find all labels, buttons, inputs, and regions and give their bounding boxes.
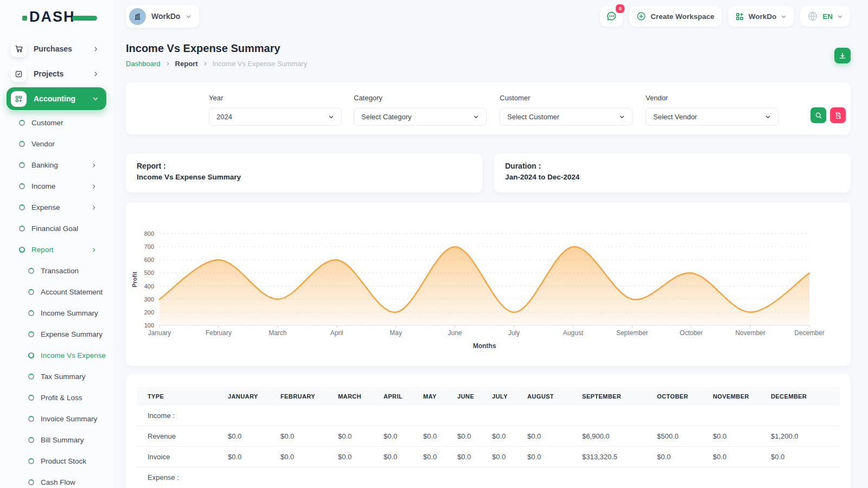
topbar-actions: 0 Create Workspace WorkDo (600, 6, 850, 27)
year-label: Year (209, 94, 223, 102)
sidebar-subitem-label: Income Summary (41, 309, 98, 317)
svg-text:June: June (448, 329, 462, 337)
chevron-down-icon (473, 114, 479, 120)
app-switcher-button[interactable]: WorkDo (728, 6, 794, 27)
apply-filter-button[interactable] (810, 107, 826, 123)
svg-text:February: February (206, 329, 232, 337)
column-header: OCTOBER (657, 387, 713, 406)
download-button[interactable] (834, 48, 851, 63)
create-workspace-button[interactable]: Create Workspace (629, 6, 722, 27)
svg-text:500: 500 (144, 269, 154, 276)
sidebar-subitem[interactable]: Income Vs Expense (0, 345, 113, 366)
bullet-icon (28, 289, 34, 295)
svg-text:March: March (269, 329, 286, 337)
table-header-row: TYPEJANUARYFEBRUARYMARCHAPRILMAYJUNEJULY… (137, 387, 840, 406)
workspace-name: WorkDo (151, 12, 180, 21)
svg-text:May: May (390, 329, 402, 337)
cell-value: $0.0 (527, 447, 582, 467)
chevron-down-icon (328, 114, 334, 120)
bullet-icon (19, 204, 25, 210)
create-workspace-label: Create Workspace (650, 12, 714, 21)
reset-filter-button[interactable] (830, 107, 846, 123)
cell-value: $6,900.0 (582, 426, 657, 447)
year-select-value: 2024 (216, 113, 232, 121)
cell-value: $0.0 (457, 447, 492, 467)
sidebar-subitem[interactable]: Banking (0, 155, 113, 176)
sidebar-subitem[interactable]: Report (0, 239, 113, 260)
bullet-icon (19, 141, 25, 147)
sidebar-subitem[interactable]: Income (0, 176, 113, 197)
cart-icon (11, 41, 27, 57)
sidebar-subitem[interactable]: Expense Summary (0, 324, 113, 345)
sidebar-subitem[interactable]: Account Statement (0, 281, 113, 303)
sidebar-subitem[interactable]: Transaction (0, 260, 113, 281)
bullet-icon (19, 247, 25, 253)
messages-badge: 0 (615, 3, 626, 14)
svg-text:200: 200 (144, 309, 154, 316)
sidebar-subitem[interactable]: Profit & Loss (0, 387, 113, 408)
chevron-right-icon (93, 71, 99, 77)
language-selector[interactable]: EN (800, 6, 850, 27)
year-select[interactable]: 2024 (209, 108, 342, 126)
summary-cards: Report : Income Vs Expense Summary Durat… (126, 153, 851, 192)
sidebar-subitem[interactable]: Expense (0, 197, 113, 218)
sidebar-item-purchases[interactable]: Purchases (7, 36, 106, 61)
sidebar-subitem[interactable]: Income Summary (0, 303, 113, 324)
cell-value: $0.0 (657, 447, 713, 467)
table-row: Expense : (137, 467, 840, 488)
svg-text:Profit: Profit (131, 272, 138, 287)
cell-value: $0.0 (338, 426, 384, 447)
svg-text:300: 300 (144, 296, 154, 303)
sidebar-subitem[interactable]: Invoice Summary (0, 408, 113, 429)
table-body: Income :Revenue$0.0$0.0$0.0$0.0$0.0$0.0$… (137, 406, 840, 487)
bullet-icon (28, 416, 34, 422)
cell-value: $0.0 (228, 447, 280, 467)
plus-circle-icon (636, 11, 646, 21)
sidebar-subitem[interactable]: Product Stock (0, 451, 113, 472)
bullet-icon (28, 479, 34, 485)
vendor-select[interactable]: Select Vendor (646, 108, 778, 126)
breadcrumb-dashboard[interactable]: Dashboard (126, 60, 161, 68)
sidebar-subitem[interactable]: Cash Flow (0, 472, 113, 488)
apps-icon (11, 91, 27, 107)
sidebar-subitem-label: Financial Goal (31, 224, 78, 233)
column-header: AUGUST (527, 387, 582, 406)
workspace-switcher[interactable]: WorkDo (126, 5, 199, 28)
svg-text:100: 100 (144, 322, 154, 329)
app-root: DASH Purchases Projects (0, 0, 868, 488)
svg-text:800: 800 (144, 230, 154, 237)
report-label: Report : (137, 162, 471, 170)
sidebar-subitem[interactable]: Financial Goal (0, 218, 113, 239)
svg-text:January: January (148, 329, 171, 337)
sidebar-subitem-label: Tax Summary (41, 373, 86, 381)
bullet-icon (28, 331, 34, 337)
category-select[interactable]: Select Category (354, 108, 487, 126)
sidebar-item-projects[interactable]: Projects (7, 61, 106, 86)
sidebar-subitem-label: Expense Summary (41, 330, 103, 338)
cell-value: $0.0 (384, 426, 423, 447)
sidebar-subitem[interactable]: Customer (0, 112, 113, 133)
svg-text:August: August (563, 329, 584, 337)
app-logo[interactable]: DASH (29, 9, 89, 25)
sidebar-subitem[interactable]: Tax Summary (0, 366, 113, 387)
sidebar-subitem[interactable]: Vendor (0, 133, 113, 155)
sidebar-subitem[interactable]: Bill Summary (0, 429, 113, 451)
workspace-avatar building-icon (129, 8, 146, 25)
table-row: Revenue$0.0$0.0$0.0$0.0$0.0$0.0$0.0$0.0$… (137, 426, 840, 447)
bullet-icon (28, 395, 34, 401)
sidebar-subitem-label: Cash Flow (41, 478, 75, 486)
messages-button[interactable]: 0 (600, 6, 623, 27)
main-area: WorkDo 0 Create Workspace (113, 0, 868, 488)
income-expense-table: TYPEJANUARYFEBRUARYMARCHAPRILMAYJUNEJULY… (137, 387, 840, 487)
sidebar-item-accounting[interactable]: Accounting (7, 87, 106, 110)
svg-text:October: October (680, 329, 703, 337)
report-table-card: TYPEJANUARYFEBRUARYMARCHAPRILMAYJUNEJULY… (126, 374, 851, 488)
chevron-right-icon (91, 247, 97, 253)
cell-value: $0.0 (423, 426, 457, 447)
cell-value: $1,200.0 (771, 426, 840, 447)
language-label: EN (822, 12, 833, 21)
cell-value: $313,320.5 (582, 447, 657, 467)
breadcrumb-report[interactable]: Report (175, 60, 198, 68)
sidebar-subitem-label: Profit & Loss (41, 394, 82, 402)
customer-select[interactable]: Select Customer (500, 108, 633, 126)
